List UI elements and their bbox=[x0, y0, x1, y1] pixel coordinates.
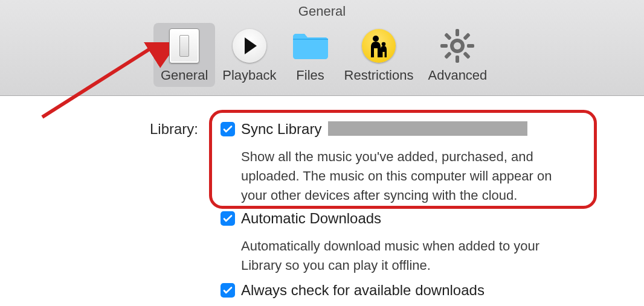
tab-advanced[interactable]: Advanced bbox=[420, 23, 494, 87]
svg-point-11 bbox=[454, 42, 461, 49]
always-check-downloads-checkbox[interactable] bbox=[221, 283, 235, 298]
sync-library-description: Show all the music you've added, purchas… bbox=[241, 147, 579, 205]
window-title: General bbox=[0, 4, 644, 19]
svg-rect-6 bbox=[467, 44, 474, 48]
svg-rect-3 bbox=[456, 29, 459, 36]
tab-restrictions[interactable]: Restrictions bbox=[337, 23, 421, 87]
svg-rect-10 bbox=[463, 51, 471, 59]
light-switch-icon bbox=[165, 27, 204, 65]
tab-general[interactable]: General bbox=[153, 23, 215, 87]
svg-rect-4 bbox=[456, 56, 459, 63]
parental-controls-icon bbox=[359, 27, 398, 65]
option-sync-library: Sync Library Show all the music you've a… bbox=[221, 121, 583, 205]
sync-library-title: Sync Library bbox=[241, 121, 527, 138]
svg-rect-8 bbox=[444, 51, 452, 59]
svg-point-0 bbox=[373, 36, 379, 42]
automatic-downloads-checkbox[interactable] bbox=[221, 211, 235, 226]
automatic-downloads-description: Automatically download music when added … bbox=[241, 237, 579, 275]
automatic-downloads-title: Automatic Downloads bbox=[241, 210, 381, 227]
option-automatic-downloads: Automatic Downloads Automatically downlo… bbox=[221, 210, 583, 275]
play-icon bbox=[230, 27, 269, 65]
tab-files[interactable]: Files bbox=[284, 23, 337, 87]
always-check-downloads-title: Always check for available downloads bbox=[241, 282, 485, 299]
svg-rect-9 bbox=[444, 33, 452, 40]
svg-rect-7 bbox=[463, 33, 471, 40]
tab-playback[interactable]: Playback bbox=[215, 23, 283, 87]
svg-point-1 bbox=[382, 42, 386, 46]
preferences-toolbar: General General Playback Files bbox=[0, 0, 644, 96]
library-section-label: Library: bbox=[150, 121, 198, 138]
gear-icon bbox=[438, 27, 477, 65]
sync-library-checkbox[interactable] bbox=[221, 122, 235, 136]
redacted-account-text bbox=[328, 121, 527, 136]
svg-rect-5 bbox=[440, 44, 448, 48]
option-always-check-downloads: Always check for available downloads bbox=[221, 282, 583, 299]
folder-icon bbox=[291, 27, 330, 65]
preferences-tabs: General Playback Files bbox=[153, 23, 494, 87]
